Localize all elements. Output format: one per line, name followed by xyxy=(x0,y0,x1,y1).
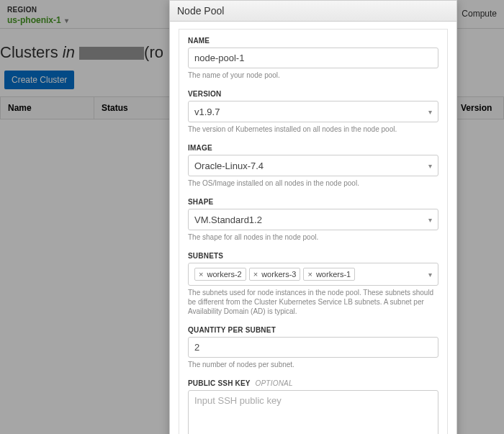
ssh-key-textarea[interactable] xyxy=(188,390,438,434)
quantity-help: The number of nodes per subnet. xyxy=(188,360,438,369)
shape-value: VM.Standard1.2 xyxy=(194,214,262,225)
chevron-down-icon: ▾ xyxy=(428,162,432,170)
version-value: v1.9.7 xyxy=(194,107,220,117)
subnets-select[interactable]: ×workers-2 ×workers-3 ×workers-1 ▾ xyxy=(188,263,438,286)
image-help: The OS/Image installed on all nodes in t… xyxy=(188,178,438,188)
close-icon[interactable]: × xyxy=(307,270,312,279)
version-help: The version of Kubernetes installed on a… xyxy=(188,125,438,134)
image-value: Oracle-Linux-7.4 xyxy=(194,161,264,171)
subnet-tag[interactable]: ×workers-1 xyxy=(303,268,355,281)
image-select[interactable]: Oracle-Linux-7.4 ▾ xyxy=(188,155,438,176)
optional-badge: OPTIONAL xyxy=(256,379,293,387)
chevron-down-icon: ▾ xyxy=(428,216,432,224)
image-label: IMAGE xyxy=(188,144,438,152)
ssh-label: PUBLIC SSH KEY OPTIONAL xyxy=(188,379,438,387)
shape-help: The shape for all nodes in the node pool… xyxy=(188,232,438,242)
name-help: The name of your node pool. xyxy=(188,71,438,80)
version-label: VERSION xyxy=(188,90,438,98)
shape-select[interactable]: VM.Standard1.2 ▾ xyxy=(188,209,438,230)
modal-title: Node Pool xyxy=(170,1,456,22)
subnets-help: The subnets used for node instances in t… xyxy=(188,288,438,316)
quantity-label: QUANTITY PER SUBNET xyxy=(188,326,438,334)
close-icon[interactable]: × xyxy=(199,270,203,279)
subnet-tag[interactable]: ×workers-2 xyxy=(194,268,246,281)
quantity-input[interactable] xyxy=(188,337,438,358)
name-input[interactable] xyxy=(188,48,438,68)
shape-label: SHAPE xyxy=(188,198,438,206)
chevron-down-icon: ▾ xyxy=(428,108,432,116)
subnets-label: SUBNETS xyxy=(188,252,438,260)
subnets-tags: ×workers-2 ×workers-3 ×workers-1 xyxy=(194,268,428,281)
name-label: NAME xyxy=(188,37,438,45)
version-select[interactable]: v1.9.7 ▾ xyxy=(188,101,438,122)
chevron-down-icon: ▾ xyxy=(428,271,432,279)
subnet-tag[interactable]: ×workers-3 xyxy=(249,268,301,281)
node-pool-modal: Node Pool NAME The name of your node poo… xyxy=(169,0,457,434)
close-icon[interactable]: × xyxy=(253,270,258,279)
